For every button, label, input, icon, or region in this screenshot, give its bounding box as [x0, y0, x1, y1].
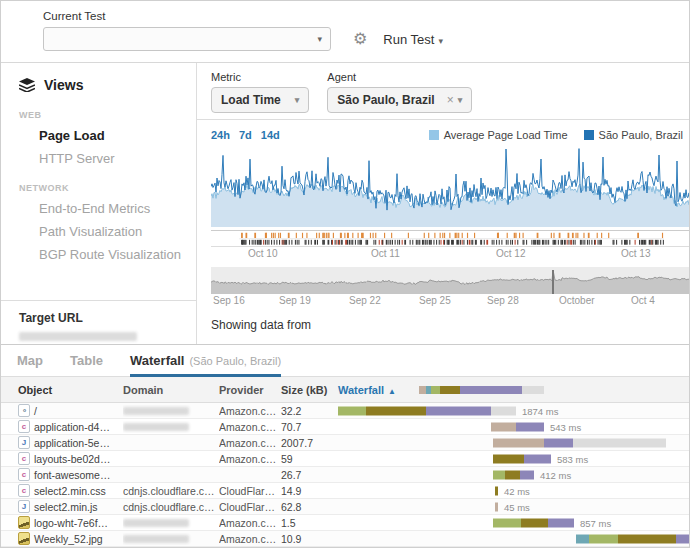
- object-cell: Japplication-5e…: [1, 436, 123, 449]
- table-row[interactable]: cselect2.min.csscdnjs.cloudflare.c…Cloud…: [1, 483, 689, 499]
- waterfall-segment-purple: [426, 406, 491, 415]
- tab-table[interactable]: Table: [70, 345, 103, 376]
- current-test-select[interactable]: ▾: [43, 27, 331, 51]
- size-cell: 62.8: [281, 501, 338, 513]
- waterfall-bar[interactable]: 857 ms: [493, 517, 611, 528]
- metric-select[interactable]: Load Time ▾: [211, 87, 309, 113]
- domain-redacted: [123, 519, 189, 527]
- tab-waterfall[interactable]: Waterfall (São Paulo, Brazil): [130, 345, 281, 376]
- scale-segment-gray: [522, 386, 544, 394]
- range-14d[interactable]: 14d: [261, 129, 280, 141]
- table-row[interactable]: Weekly_52.jpgAmazon.c…10.9: [1, 531, 689, 547]
- x-axis-label: Oct 12: [496, 248, 525, 259]
- tab-waterfall-label: Waterfall: [130, 353, 184, 368]
- object-name: /: [34, 405, 37, 417]
- column-header-domain[interactable]: Domain: [123, 384, 219, 396]
- waterfall-bar[interactable]: [493, 438, 666, 447]
- load-time-chart[interactable]: [211, 145, 690, 227]
- sidebar-item-path-visualization[interactable]: Path Visualization: [1, 220, 196, 243]
- sidebar-item-page-load[interactable]: Page Load: [1, 124, 196, 147]
- waterfall-segment-green: [493, 470, 505, 479]
- clear-icon[interactable]: ×: [447, 93, 454, 107]
- column-header-object[interactable]: Object: [1, 384, 123, 396]
- table-row[interactable]: Japplication-5e…Amazon.c…2007.7: [1, 435, 689, 451]
- column-header-provider[interactable]: Provider: [219, 384, 281, 396]
- waterfall-cell: 857 ms: [338, 515, 689, 530]
- waterfall-segment-purple: [524, 454, 551, 463]
- run-test-button[interactable]: Run Test▾: [383, 32, 443, 47]
- column-header-waterfall[interactable]: Waterfall▲: [338, 377, 689, 402]
- waterfall-bar[interactable]: 412 ms: [493, 469, 571, 480]
- size-cell: 26.7: [281, 469, 338, 481]
- waterfall-segment-olive: [505, 470, 520, 479]
- x-axis-label: Oct 10: [248, 248, 277, 259]
- file-type-img-icon: [18, 532, 30, 545]
- table-row[interactable]: capplication-d4…Amazon.c…70.7543 ms: [1, 419, 689, 435]
- layers-icon: [19, 78, 35, 92]
- waterfall-cell: 42 ms: [338, 483, 689, 498]
- waterfall-bar[interactable]: 42 ms: [495, 485, 530, 496]
- sidebar-item-bgp-route-visualization[interactable]: BGP Route Visualization: [1, 243, 196, 266]
- table-row[interactable]: Jselect2.min.jscdnjs.cloudflare.c…CloudF…: [1, 499, 689, 515]
- file-type-css-icon: c: [18, 468, 30, 481]
- waterfall-cell: 543 ms: [338, 419, 689, 434]
- sort-asc-icon: ▲: [388, 387, 396, 396]
- waterfall-segment-tan: [493, 438, 544, 447]
- domain-cell: [123, 421, 219, 433]
- object-cell: Weekly_52.jpg: [1, 532, 123, 545]
- brush-axis-label: Sep 25: [419, 295, 451, 306]
- range-24h[interactable]: 24h: [211, 129, 230, 141]
- sidebar-item-end-to-end-metrics[interactable]: End-to-End Metrics: [1, 197, 196, 220]
- run-test-label: Run Test: [383, 32, 434, 47]
- domain-cell: [123, 405, 219, 417]
- waterfall-ms-label: 1874 ms: [522, 405, 558, 416]
- brush-axis-label: Sep 16: [213, 295, 245, 306]
- waterfall-bar[interactable]: 45 ms: [495, 501, 530, 512]
- chart-x-axis-labels: Oct 10Oct 11Oct 12Oct 13: [211, 247, 690, 260]
- waterfall-bar[interactable]: 543 ms: [491, 421, 581, 432]
- file-type-css-icon: c: [18, 420, 30, 433]
- object-name: font-awesome…: [34, 469, 110, 481]
- object-name: layouts-be02d…: [34, 453, 110, 465]
- brush-axis-label: Sep 19: [279, 295, 311, 306]
- scale-segment-tan: [419, 386, 426, 394]
- object-name: select2.min.js: [34, 501, 98, 513]
- agent-select[interactable]: São Paulo, Brazil × ▾: [327, 87, 472, 113]
- table-row[interactable]: ‹›/Amazon.c…32.21874 ms: [1, 403, 689, 419]
- agent-value: São Paulo, Brazil: [337, 93, 434, 107]
- size-cell: 10.9: [281, 533, 338, 545]
- provider-cell: Amazon.c…: [219, 517, 281, 529]
- gear-icon[interactable]: ⚙: [353, 31, 367, 47]
- agent-label: Agent: [327, 71, 472, 83]
- table-row[interactable]: cfont-awesome…26.7412 ms: [1, 467, 689, 483]
- object-name: logo-wht-7e6f…: [34, 517, 108, 529]
- domain-cell: [123, 533, 219, 545]
- waterfall-ms-label: 857 ms: [580, 517, 611, 528]
- waterfall-segment-purple: [544, 438, 573, 447]
- table-row[interactable]: logo-wht-7e6f…Amazon.c…1.5857 ms: [1, 515, 689, 531]
- object-cell: ‹›/: [1, 404, 123, 417]
- event-ticks-strip[interactable]: [211, 230, 690, 247]
- size-cell: 2007.7: [281, 437, 338, 449]
- file-type-css-icon: c: [18, 484, 30, 497]
- table-row[interactable]: clayouts-be02d…Amazon.c…59583 ms: [1, 451, 689, 467]
- waterfall-segment-green: [338, 406, 366, 415]
- chevron-down-icon: ▾: [295, 95, 300, 105]
- tab-map[interactable]: Map: [17, 345, 43, 376]
- domain-cell: cdnjs.cloudflare.c…: [123, 485, 219, 497]
- waterfall-bar[interactable]: 583 ms: [493, 453, 588, 464]
- tab-bar: Map Table Waterfall (São Paulo, Brazil): [1, 345, 689, 377]
- timeline-brush-chart[interactable]: [211, 267, 690, 294]
- object-cell: Jselect2.min.js: [1, 500, 123, 513]
- waterfall-segment-green: [493, 518, 521, 527]
- provider-cell: Amazon.c…: [219, 405, 281, 417]
- waterfall-bar[interactable]: 1874 ms: [338, 405, 558, 416]
- sidebar-item-http-server[interactable]: HTTP Server: [1, 147, 196, 170]
- views-title: Views: [44, 77, 83, 93]
- range-7d[interactable]: 7d: [239, 129, 252, 141]
- waterfall-segment-purple: [548, 518, 574, 527]
- waterfall-bar[interactable]: [576, 534, 690, 543]
- object-name: application-d4…: [34, 421, 110, 433]
- target-url-value-redacted: [19, 332, 137, 341]
- column-header-size[interactable]: Size (kB): [281, 384, 338, 396]
